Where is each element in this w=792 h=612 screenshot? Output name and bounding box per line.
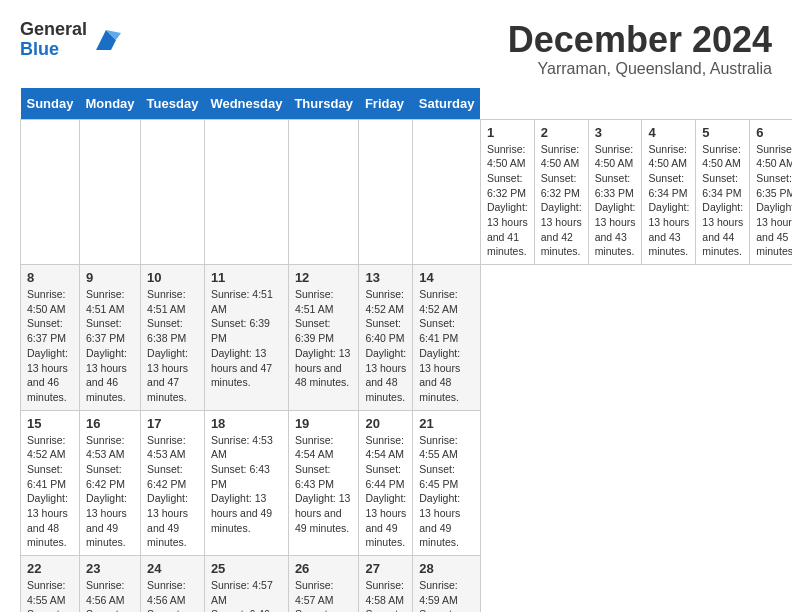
calendar-cell: 13Sunrise: 4:52 AMSunset: 6:40 PMDayligh… xyxy=(359,265,413,411)
calendar-cell: 10Sunrise: 4:51 AMSunset: 6:38 PMDayligh… xyxy=(141,265,205,411)
day-number: 8 xyxy=(27,270,73,285)
day-number: 2 xyxy=(541,125,582,140)
calendar-cell xyxy=(413,119,481,265)
day-number: 22 xyxy=(27,561,73,576)
day-info: Sunrise: 4:50 AMSunset: 6:34 PMDaylight:… xyxy=(648,142,689,260)
calendar-cell: 6Sunrise: 4:50 AMSunset: 6:35 PMDaylight… xyxy=(750,119,792,265)
day-info: Sunrise: 4:50 AMSunset: 6:32 PMDaylight:… xyxy=(541,142,582,260)
day-number: 3 xyxy=(595,125,636,140)
calendar-cell: 25Sunrise: 4:57 AMSunset: 6:46 PMDayligh… xyxy=(204,556,288,612)
day-number: 20 xyxy=(365,416,406,431)
day-info: Sunrise: 4:51 AMSunset: 6:38 PMDaylight:… xyxy=(147,287,198,405)
day-info: Sunrise: 4:52 AMSunset: 6:40 PMDaylight:… xyxy=(365,287,406,405)
calendar-cell: 20Sunrise: 4:54 AMSunset: 6:44 PMDayligh… xyxy=(359,410,413,556)
day-number: 21 xyxy=(419,416,474,431)
day-info: Sunrise: 4:50 AMSunset: 6:32 PMDaylight:… xyxy=(487,142,528,260)
day-number: 26 xyxy=(295,561,353,576)
day-number: 17 xyxy=(147,416,198,431)
calendar-cell: 11Sunrise: 4:51 AMSunset: 6:39 PMDayligh… xyxy=(204,265,288,411)
calendar-cell xyxy=(79,119,140,265)
calendar-week-row: 8Sunrise: 4:50 AMSunset: 6:37 PMDaylight… xyxy=(21,265,793,411)
logo-blue: Blue xyxy=(20,40,87,60)
calendar-cell: 27Sunrise: 4:58 AMSunset: 6:47 PMDayligh… xyxy=(359,556,413,612)
day-number: 13 xyxy=(365,270,406,285)
day-number: 11 xyxy=(211,270,282,285)
calendar-cell: 17Sunrise: 4:53 AMSunset: 6:42 PMDayligh… xyxy=(141,410,205,556)
day-number: 27 xyxy=(365,561,406,576)
day-number: 19 xyxy=(295,416,353,431)
day-info: Sunrise: 4:51 AMSunset: 6:39 PMDaylight:… xyxy=(295,287,353,390)
calendar-cell: 5Sunrise: 4:50 AMSunset: 6:34 PMDaylight… xyxy=(696,119,750,265)
day-number: 18 xyxy=(211,416,282,431)
day-number: 24 xyxy=(147,561,198,576)
day-number: 15 xyxy=(27,416,73,431)
calendar-cell: 12Sunrise: 4:51 AMSunset: 6:39 PMDayligh… xyxy=(288,265,359,411)
day-number: 9 xyxy=(86,270,134,285)
day-info: Sunrise: 4:56 AMSunset: 6:46 PMDaylight:… xyxy=(147,578,198,612)
day-number: 16 xyxy=(86,416,134,431)
logo: General Blue xyxy=(20,20,121,60)
calendar-cell: 26Sunrise: 4:57 AMSunset: 6:47 PMDayligh… xyxy=(288,556,359,612)
day-number: 12 xyxy=(295,270,353,285)
day-info: Sunrise: 4:50 AMSunset: 6:34 PMDaylight:… xyxy=(702,142,743,260)
day-info: Sunrise: 4:53 AMSunset: 6:42 PMDaylight:… xyxy=(86,433,134,551)
calendar-week-row: 1Sunrise: 4:50 AMSunset: 6:32 PMDaylight… xyxy=(21,119,793,265)
header-sunday: Sunday xyxy=(21,88,80,120)
day-info: Sunrise: 4:50 AMSunset: 6:37 PMDaylight:… xyxy=(27,287,73,405)
day-info: Sunrise: 4:53 AMSunset: 6:42 PMDaylight:… xyxy=(147,433,198,551)
logo-general: General xyxy=(20,20,87,40)
calendar-cell xyxy=(288,119,359,265)
day-info: Sunrise: 4:55 AMSunset: 6:45 PMDaylight:… xyxy=(27,578,73,612)
day-number: 25 xyxy=(211,561,282,576)
day-info: Sunrise: 4:53 AMSunset: 6:43 PMDaylight:… xyxy=(211,433,282,536)
day-info: Sunrise: 4:57 AMSunset: 6:47 PMDaylight:… xyxy=(295,578,353,612)
header-saturday: Saturday xyxy=(413,88,481,120)
calendar-cell: 9Sunrise: 4:51 AMSunset: 6:37 PMDaylight… xyxy=(79,265,140,411)
calendar-cell: 16Sunrise: 4:53 AMSunset: 6:42 PMDayligh… xyxy=(79,410,140,556)
calendar-cell: 1Sunrise: 4:50 AMSunset: 6:32 PMDaylight… xyxy=(480,119,534,265)
month-title: December 2024 xyxy=(508,20,772,60)
day-number: 14 xyxy=(419,270,474,285)
day-info: Sunrise: 4:57 AMSunset: 6:46 PMDaylight:… xyxy=(211,578,282,612)
day-number: 1 xyxy=(487,125,528,140)
header-tuesday: Tuesday xyxy=(141,88,205,120)
calendar-cell xyxy=(359,119,413,265)
day-info: Sunrise: 4:59 AMSunset: 6:48 PMDaylight:… xyxy=(419,578,474,612)
calendar-cell: 23Sunrise: 4:56 AMSunset: 6:45 PMDayligh… xyxy=(79,556,140,612)
calendar-table: SundayMondayTuesdayWednesdayThursdayFrid… xyxy=(20,88,792,612)
calendar-cell: 24Sunrise: 4:56 AMSunset: 6:46 PMDayligh… xyxy=(141,556,205,612)
day-number: 5 xyxy=(702,125,743,140)
day-number: 10 xyxy=(147,270,198,285)
day-number: 4 xyxy=(648,125,689,140)
calendar-cell: 28Sunrise: 4:59 AMSunset: 6:48 PMDayligh… xyxy=(413,556,481,612)
calendar-header-row: SundayMondayTuesdayWednesdayThursdayFrid… xyxy=(21,88,793,120)
page-header: General Blue December 2024 Yarraman, Que… xyxy=(20,20,772,78)
day-info: Sunrise: 4:50 AMSunset: 6:33 PMDaylight:… xyxy=(595,142,636,260)
day-info: Sunrise: 4:52 AMSunset: 6:41 PMDaylight:… xyxy=(419,287,474,405)
day-info: Sunrise: 4:51 AMSunset: 6:37 PMDaylight:… xyxy=(86,287,134,405)
calendar-cell: 15Sunrise: 4:52 AMSunset: 6:41 PMDayligh… xyxy=(21,410,80,556)
calendar-cell: 21Sunrise: 4:55 AMSunset: 6:45 PMDayligh… xyxy=(413,410,481,556)
title-section: December 2024 Yarraman, Queensland, Aust… xyxy=(508,20,772,78)
logo-icon xyxy=(91,25,121,55)
day-info: Sunrise: 4:55 AMSunset: 6:45 PMDaylight:… xyxy=(419,433,474,551)
subtitle: Yarraman, Queensland, Australia xyxy=(508,60,772,78)
header-thursday: Thursday xyxy=(288,88,359,120)
calendar-week-row: 15Sunrise: 4:52 AMSunset: 6:41 PMDayligh… xyxy=(21,410,793,556)
header-friday: Friday xyxy=(359,88,413,120)
day-info: Sunrise: 4:54 AMSunset: 6:44 PMDaylight:… xyxy=(365,433,406,551)
day-number: 23 xyxy=(86,561,134,576)
calendar-cell xyxy=(141,119,205,265)
day-info: Sunrise: 4:50 AMSunset: 6:35 PMDaylight:… xyxy=(756,142,792,260)
calendar-cell: 4Sunrise: 4:50 AMSunset: 6:34 PMDaylight… xyxy=(642,119,696,265)
day-info: Sunrise: 4:51 AMSunset: 6:39 PMDaylight:… xyxy=(211,287,282,390)
calendar-week-row: 22Sunrise: 4:55 AMSunset: 6:45 PMDayligh… xyxy=(21,556,793,612)
calendar-cell: 2Sunrise: 4:50 AMSunset: 6:32 PMDaylight… xyxy=(534,119,588,265)
calendar-cell: 8Sunrise: 4:50 AMSunset: 6:37 PMDaylight… xyxy=(21,265,80,411)
day-number: 6 xyxy=(756,125,792,140)
logo-text: General Blue xyxy=(20,20,87,60)
day-info: Sunrise: 4:58 AMSunset: 6:47 PMDaylight:… xyxy=(365,578,406,612)
calendar-cell: 3Sunrise: 4:50 AMSunset: 6:33 PMDaylight… xyxy=(588,119,642,265)
calendar-cell xyxy=(204,119,288,265)
header-monday: Monday xyxy=(79,88,140,120)
